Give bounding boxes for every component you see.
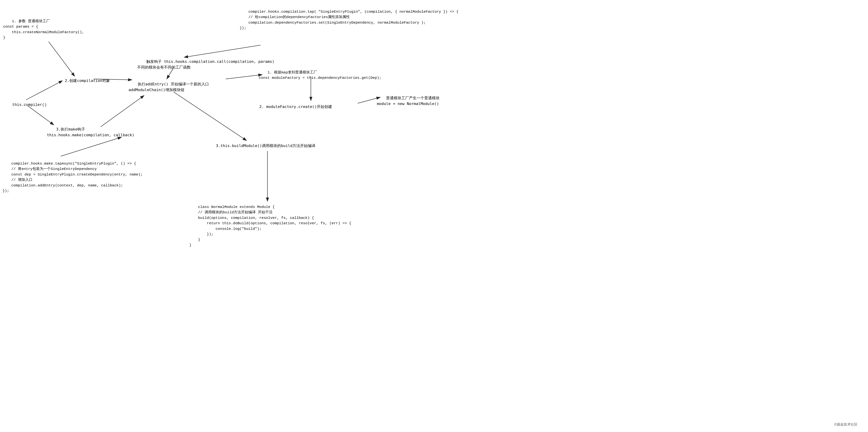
create-compilation-node: 2.创建compilation对象	[56, 72, 110, 89]
module-factory-create-node: 2. moduleFactory.create()开始创建	[250, 98, 332, 115]
make-hook-node: 3.执行make钩子 this.hooks.make(compilation, …	[47, 121, 134, 143]
left-top-node: 1. 参数 普通模块工厂 const params = { this.creat…	[3, 13, 84, 46]
this-compiler-node: this.compiler()	[3, 96, 47, 113]
arrows-svg	[0, 0, 868, 432]
top-code-block: compiler.hooks.compilation.tap( "SingleE…	[240, 3, 459, 36]
normal-module-class-node: class NormalModule extends Module { // 调…	[189, 199, 351, 254]
diagram: compiler.hooks.compilation.tap( "SingleE…	[0, 0, 868, 432]
watermark: ©掘金技术社区	[834, 422, 858, 427]
svg-line-1	[49, 42, 75, 76]
build-module-node: 3.this.buildModule()调用模块的build方法开始编译	[207, 137, 315, 154]
add-entry-node: 执行addEntry() 开始编译一个新的入口 addModuleChain()…	[128, 75, 209, 98]
map-factory-node: 1. 根据map拿到普通模块工厂 const moduleFactory = t…	[259, 64, 381, 86]
trigger-hook-node: 触发钩子 this.hooks.compilation.call(compila…	[137, 53, 274, 76]
normal-module-new-node: 普通模块工厂产生一个普通模块 module = new NormalModule…	[377, 89, 439, 112]
make-code-node: compiler.hooks.make.tapAsync("SingleEntr…	[3, 155, 143, 199]
svg-line-11	[174, 92, 247, 141]
